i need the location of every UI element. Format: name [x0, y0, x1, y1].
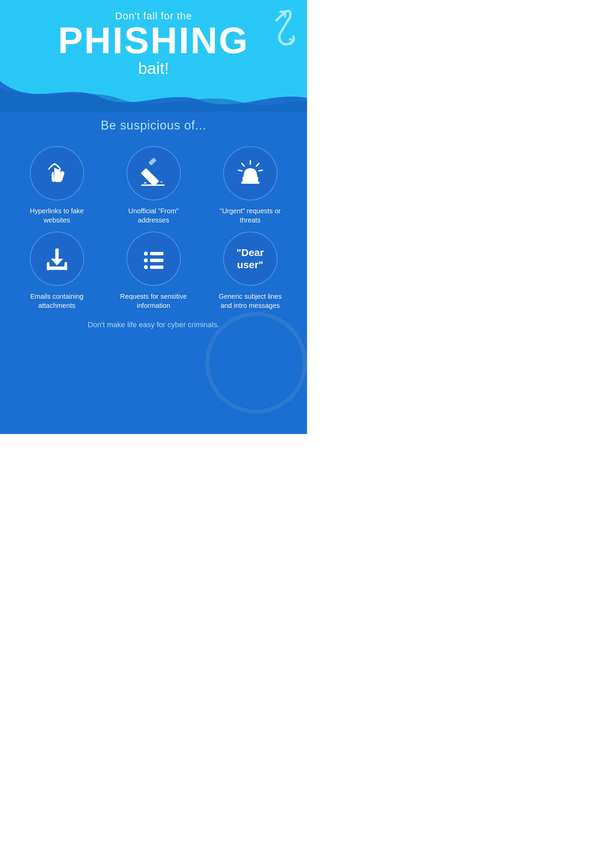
emails-label: Emails containing attachments [23, 292, 91, 310]
dear-user-circle: "Dearuser" [223, 232, 277, 286]
page: Don't fall for the PHISHING bait! Be sus… [0, 0, 307, 434]
svg-point-18 [144, 251, 148, 256]
svg-rect-13 [55, 248, 59, 260]
svg-rect-1 [140, 168, 159, 186]
svg-rect-11 [242, 177, 258, 181]
items-grid: Hyperlinks to fake websites [14, 146, 294, 310]
svg-rect-3 [148, 158, 156, 166]
svg-line-9 [238, 170, 242, 171]
item-generic: "Dearuser" Generic subject lines and int… [207, 232, 294, 310]
svg-rect-16 [47, 262, 50, 270]
svg-rect-23 [150, 265, 163, 269]
wave-divider [0, 81, 307, 112]
svg-marker-2 [143, 182, 147, 183]
svg-marker-4 [160, 181, 163, 183]
list-icon [138, 243, 169, 274]
main-content: Be suspicious of... Hyperlink [0, 112, 307, 434]
svg-rect-19 [150, 252, 163, 255]
download-icon [42, 243, 72, 274]
hyperlinks-label: Hyperlinks to fake websites [23, 206, 91, 225]
svg-point-22 [144, 265, 148, 269]
sensitive-label: Requests for sensitive information [120, 292, 188, 310]
unofficial-label: Unofficial "From" addresses [120, 206, 188, 225]
item-sensitive: Requests for sensitive information [110, 232, 197, 310]
unofficial-icon-circle [126, 146, 181, 200]
suspicious-heading: Be suspicious of... [101, 118, 206, 133]
svg-line-7 [242, 163, 244, 166]
svg-rect-21 [150, 259, 163, 262]
generic-label: Generic subject lines and intro messages [216, 292, 284, 310]
hyperlinks-icon-circle [30, 146, 84, 200]
item-unofficial: Unofficial "From" addresses [110, 146, 197, 225]
item-urgent: "Urgent" requests or threats [207, 146, 294, 225]
svg-point-20 [144, 258, 148, 262]
svg-rect-12 [241, 181, 260, 184]
sensitive-icon-circle [126, 232, 181, 286]
footer-text: Don't make life easy for cyber criminals… [87, 321, 219, 329]
svg-rect-17 [64, 262, 67, 270]
header-bait: bait! [7, 59, 300, 78]
urgent-label: "Urgent" requests or threats [216, 206, 284, 225]
svg-line-8 [256, 163, 259, 166]
item-emails: Emails containing attachments [14, 232, 100, 310]
urgent-icon-circle [223, 146, 277, 200]
dear-user-text: "Dearuser" [236, 246, 264, 271]
cursor-icon [42, 158, 72, 189]
alarm-icon [235, 158, 266, 189]
fishing-hook-icon [256, 7, 297, 48]
svg-rect-15 [47, 267, 67, 270]
emails-icon-circle [30, 232, 84, 286]
svg-line-10 [259, 170, 262, 171]
svg-marker-14 [51, 259, 63, 265]
header-section: Don't fall for the PHISHING bait! [0, 0, 307, 81]
item-hyperlinks: Hyperlinks to fake websites [14, 146, 100, 225]
pencil-icon [138, 158, 169, 189]
